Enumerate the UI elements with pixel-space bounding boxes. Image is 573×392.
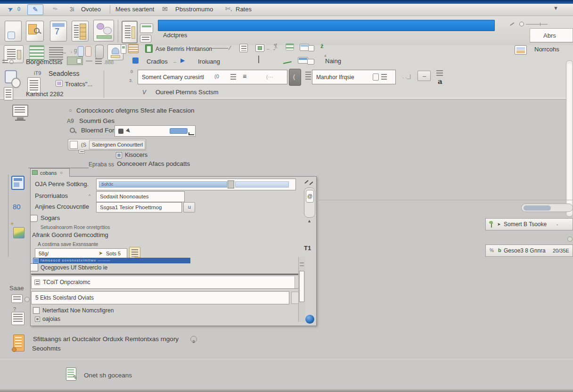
qcegpoves-checkbox[interactable] <box>30 263 38 271</box>
tool-3i-icon[interactable]: 3i <box>70 6 74 13</box>
dialog-vscrollbar[interactable] <box>298 257 305 322</box>
gesoe-b-icon: b <box>498 247 501 253</box>
it9-label: iT9 <box>34 70 41 76</box>
dialog-row2-label: Psrorriuatos <box>35 192 68 199</box>
sidebar-item-seadoless[interactable]: Seadoless <box>49 70 79 77</box>
satergnen-check[interactable] <box>70 141 78 149</box>
kisocers-checkbox[interactable] <box>116 152 122 158</box>
font-combobox[interactable]: Soment Cemary curesirtl (0 ≡ (⋯ <box>138 70 287 84</box>
media-icon[interactable] <box>255 44 264 52</box>
list-icon[interactable] <box>239 44 248 52</box>
dialog-vscroll-thumb[interactable] <box>299 271 304 302</box>
cabinet-icon[interactable] <box>72 21 89 41</box>
dialog-dropdown[interactable]: Sodaxit Noonoautes <box>96 191 185 202</box>
satergnen-button[interactable]: (S Satergnen Conourtterl <box>68 139 146 150</box>
abrs-tab[interactable]: Abrs <box>530 28 573 42</box>
content-line2: Soumrti Ges <box>79 117 115 124</box>
bottom-item-label[interactable]: Onet sh goceans <box>84 372 132 379</box>
stat-blue-icon <box>78 46 84 57</box>
cradlos-label[interactable]: Cradlos <box>147 58 168 65</box>
dialog-list-item[interactable]: TCoiT Onpcralomc <box>43 279 90 286</box>
menu-item-pbs[interactable]: Pbsstromumo <box>175 6 213 13</box>
sidebar-item-karisnct[interactable]: Karisnct 2282 <box>26 90 64 98</box>
orange-doc-icon[interactable] <box>13 335 25 351</box>
compose-doc-icon[interactable]: ✎ <box>66 368 78 383</box>
jar-icon[interactable] <box>5 21 22 41</box>
page-combobox-value: Maruhor Ifrqsie <box>316 74 354 81</box>
sidebar-item-troatcs[interactable]: Troatcs"... <box>65 81 92 88</box>
circle-small-icon <box>9 60 14 64</box>
somert-row[interactable]: ➤ Somert B Tsooke . <box>485 218 573 230</box>
dialog-row1-label: OJA Penre Sottkng. <box>35 180 89 188</box>
page-combobox[interactable]: Maruhor Ifrqsie <box>312 70 396 84</box>
table-green-icon[interactable] <box>286 43 294 50</box>
menu-item-ovoteo[interactable]: Ovoteo <box>81 6 101 13</box>
cut-icon[interactable]: ✄, <box>272 43 280 51</box>
list-item-icon <box>34 279 40 285</box>
search-book-icon[interactable] <box>26 21 44 41</box>
cobans-circle: ○ <box>60 170 63 175</box>
sogars-checkbox[interactable] <box>30 215 38 222</box>
menu-item-mees[interactable]: Mees seartent <box>115 6 154 13</box>
norrcohs-label[interactable]: Norrcohs <box>534 46 559 53</box>
filter-icon[interactable]: ▼ <box>553 5 558 11</box>
right-vscroll-thumb[interactable] <box>567 64 572 213</box>
slider-track[interactable] <box>526 24 548 24</box>
photo-icon[interactable]: ✳ <box>13 225 25 239</box>
gesoe-row[interactable]: % b Gesoe3 8 Gnnra 20/35E <box>485 245 573 257</box>
hscroll-thumb[interactable] <box>524 205 551 211</box>
iroiuang-label[interactable]: Iroiuang <box>198 58 220 65</box>
saae-label: Saae <box>9 285 24 292</box>
sphere-button[interactable] <box>305 315 314 324</box>
detail-list-icon[interactable] <box>11 312 25 325</box>
minus-button[interactable]: – <box>417 71 431 81</box>
card-icon[interactable] <box>140 24 153 33</box>
dialog-input1[interactable]: Ssgsa1 Tesior Phoettrnog <box>96 202 182 212</box>
calendar-icon[interactable]: 7 <box>50 21 67 41</box>
nerterfiaxt-label: Nerterfiaxt Noe Nomcsfigren <box>42 307 114 314</box>
sogars-note: Setuoalnoarom Rooe onretgrttios <box>41 225 110 230</box>
green-book-icon[interactable] <box>145 44 153 53</box>
dialog-input2-value: 58g/ <box>39 251 49 256</box>
dash-icon <box>86 61 92 61</box>
dark-toggle-button[interactable]: ( <box>289 69 301 86</box>
titlebar <box>0 0 573 4</box>
send-icon: ➤ <box>98 250 103 256</box>
hscrollbar[interactable] <box>521 204 573 212</box>
right-vscrollbar[interactable] <box>566 60 573 217</box>
monitor-icon[interactable] <box>12 105 30 122</box>
play-icon[interactable]: ▶ <box>180 57 185 64</box>
nerterfiaxt-checkbox[interactable] <box>33 307 40 314</box>
menu-divider <box>110 5 110 14</box>
footer-line1: Sfittaangs arl Ouctcaitor Orduxk Remtont… <box>33 335 179 343</box>
flag-icon[interactable] <box>11 176 25 190</box>
dialog-heading2: Afrank Goonrd Gemcodtimg <box>32 231 108 238</box>
monitors-icon[interactable] <box>298 57 315 65</box>
cobans-icon <box>32 170 38 175</box>
slider-thumb[interactable] <box>228 180 234 188</box>
plan-check: V <box>142 89 146 96</box>
pen-tool-button[interactable]: ✎ <box>27 4 43 15</box>
oajoias-checkbox[interactable] <box>35 317 40 322</box>
at-button[interactable]: @ <box>306 190 314 203</box>
arrow-se-icon: ▶ <box>125 127 132 134</box>
selected-row[interactable]: famsescd soxsnxstximttwv ——— <box>33 258 190 263</box>
minus-glyph: – <box>423 73 426 80</box>
gutter-up-icon[interactable]: ▲ <box>307 219 311 223</box>
dialog-input2[interactable]: 58g/ ➤ Sots 5 <box>35 248 127 259</box>
notes-panel-icon[interactable] <box>122 21 138 43</box>
right-divider <box>317 200 573 200</box>
cobans-tab[interactable]: cobans ○ <box>30 168 70 177</box>
mini-toolbar[interactable]: ▶ <box>115 125 196 137</box>
contacts-icon[interactable] <box>93 20 114 41</box>
menu-item-rates[interactable]: Rates <box>236 6 252 13</box>
dialog-input3[interactable]: 5 Ekts Sceisfard Oviats <box>31 291 289 304</box>
slider-handle[interactable] <box>519 22 524 26</box>
orange-list-icon[interactable] <box>128 44 139 53</box>
flag-blue-icon[interactable] <box>132 57 139 64</box>
dialog-listbox[interactable]: TCoiT Onpcralomc <box>31 276 301 289</box>
windows-pair-icon[interactable] <box>300 44 315 52</box>
sidebar-item-borgemctsis[interactable]: Borgemctsis <box>26 58 62 65</box>
dialog-slider[interactable]: Soh3c <box>96 179 296 190</box>
dialog-row3-button[interactable]: u <box>183 202 195 212</box>
